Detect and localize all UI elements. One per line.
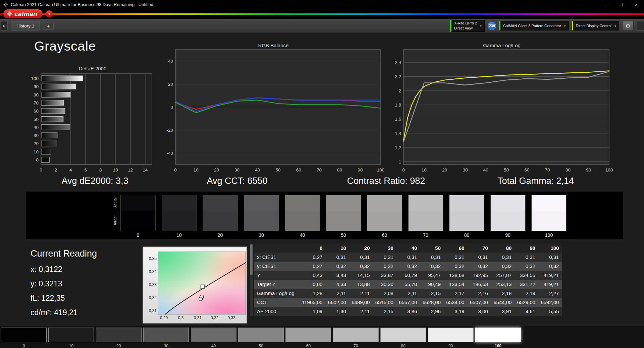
- table-header-cell: 60: [444, 243, 468, 253]
- swatch-level-label: 70: [408, 232, 443, 238]
- table-cell: 257,87: [491, 271, 515, 280]
- svg-text:40: 40: [483, 167, 488, 172]
- swatch-target: [203, 211, 237, 231]
- svg-text:40: 40: [255, 167, 260, 172]
- pattern-generator-dropdown[interactable]: CalMAN Client 3 Pattern Generator ▾: [499, 21, 569, 30]
- display-control-label: Direct Display Control: [576, 24, 611, 28]
- svg-text:20: 20: [34, 141, 39, 146]
- cie-chromaticity-chart: 0,290,30,310,320,330,350,340,330,320,31: [143, 247, 247, 323]
- table-cell: 0,27: [302, 262, 326, 271]
- table-scrollbar-thumb[interactable]: [250, 244, 253, 275]
- swatch-level-label: 0: [120, 232, 156, 238]
- meter-badge[interactable]: 239: [488, 22, 496, 30]
- patch-button-20[interactable]: 20: [96, 328, 142, 348]
- calman-wordmark: calman: [14, 10, 37, 18]
- current-reading-panel: Current Reading x: 0,3122 y: 0,3213 fL: …: [31, 249, 97, 323]
- patch-button-70[interactable]: 70: [333, 328, 379, 348]
- table-row: Y0,433,4314,1533,8760,7995,47138,68192,9…: [254, 271, 562, 280]
- table-cell: 2,96: [420, 307, 444, 316]
- table-cell: 2,11: [326, 289, 350, 298]
- svg-text:0: 0: [36, 157, 39, 162]
- table-cell: 1,28: [302, 289, 326, 298]
- svg-text:80: 80: [337, 167, 342, 172]
- table-cell: 3,43: [326, 271, 350, 280]
- svg-text:4: 4: [69, 167, 72, 172]
- table-cell: 2,08: [373, 289, 397, 298]
- table-header-cell: 90: [515, 243, 539, 253]
- patch-button-10[interactable]: 10: [48, 328, 94, 348]
- patch-face: [285, 328, 331, 342]
- swatch-actual: [409, 195, 443, 211]
- table-scrollbar[interactable]: [250, 243, 253, 317]
- avg-cct-stat: Avg CCT: 6550: [163, 176, 311, 186]
- patch-button-60[interactable]: 60: [285, 328, 331, 348]
- title-bar: Calman 2021 Calman Ultimate for Business…: [0, 0, 644, 9]
- svg-text:60: 60: [524, 167, 529, 172]
- patch-face: [96, 328, 142, 342]
- grayscale-swatch-30: [244, 195, 279, 231]
- table-cell: 0,31: [350, 253, 373, 262]
- swatch-target: [285, 211, 320, 231]
- table-row-label: y: CIE31: [254, 262, 302, 271]
- table-cell: 6489,00: [350, 298, 373, 307]
- patch-face: [191, 328, 236, 342]
- meter-dropdown[interactable]: X-Rite i1Pro 2 Direct View ▾: [450, 20, 485, 32]
- table-cell: 6592,00: [539, 298, 562, 307]
- patch-level-label: 60: [285, 344, 331, 348]
- cie-x-tick: 0,29: [157, 316, 171, 320]
- minimize-button[interactable]: –: [598, 0, 613, 9]
- swatch-target: [121, 211, 155, 231]
- patch-button-0[interactable]: 0: [1, 328, 47, 348]
- table-cell: 4,33: [326, 280, 350, 289]
- patch-face: [380, 328, 426, 342]
- table-cell: 6557,00: [397, 298, 421, 307]
- table-cell: 0,00: [302, 280, 326, 289]
- svg-text:80: 80: [34, 92, 39, 97]
- patch-button-100[interactable]: 100: [475, 328, 521, 348]
- patch-level-label: 10: [48, 344, 94, 348]
- page-title: Grayscale: [34, 39, 96, 54]
- patch-button-90[interactable]: 90: [428, 328, 474, 348]
- close-button[interactable]: ×: [629, 0, 644, 9]
- table-cell: 0,32: [326, 262, 350, 271]
- patch-face: [48, 328, 94, 342]
- add-tab-button[interactable]: +: [43, 22, 54, 30]
- svg-text:30: 30: [34, 133, 39, 138]
- table-cell: 6529,00: [515, 298, 539, 307]
- svg-text:0: 0: [40, 167, 42, 172]
- settings-button[interactable]: ⚙: [622, 21, 634, 31]
- workflow-menu-button[interactable]: [637, 21, 644, 31]
- table-cell: 0,32: [373, 262, 397, 271]
- swatch-level-label: 60: [367, 232, 402, 238]
- display-control-dropdown[interactable]: Direct Display Control ▾: [572, 21, 619, 30]
- swatch-level-label: 30: [244, 232, 279, 238]
- table-header-cell: 70: [468, 243, 491, 253]
- grayscale-swatch-20: [203, 195, 238, 231]
- table-header-cell: 10: [326, 243, 350, 253]
- swatch-level-label: 50: [326, 232, 361, 238]
- reading-x: x: 0,3122: [31, 265, 97, 274]
- table-cell: 2,27: [539, 289, 562, 298]
- patch-button-40[interactable]: 40: [191, 328, 236, 348]
- patch-button-30[interactable]: 30: [143, 328, 189, 348]
- logo-menu-button[interactable]: ▾: [46, 10, 53, 17]
- calman-logo[interactable]: calman: [3, 9, 43, 18]
- history-panel-toggle-button[interactable]: ▶: [1, 21, 8, 30]
- cie-y-tick: 0,33: [144, 282, 157, 287]
- svg-text:2,4: 2,4: [395, 60, 401, 65]
- svg-text:2,2: 2,2: [395, 74, 401, 79]
- swatch-target: [326, 211, 361, 231]
- grayscale-data-table: 0102030405060708090100x: CIE310,270,310,…: [254, 243, 562, 316]
- swatch-target: [409, 211, 443, 231]
- tab-history-1[interactable]: History 1: [11, 21, 40, 30]
- table-header-cell: 40: [397, 243, 421, 253]
- patch-face: [1, 328, 47, 342]
- patch-button-50[interactable]: 50: [238, 328, 284, 348]
- cie-y-tick: 0,32: [144, 295, 157, 300]
- calman-diamond-icon: [7, 11, 12, 16]
- patch-button-80[interactable]: 80: [380, 328, 426, 348]
- maximize-icon: [619, 3, 623, 6]
- svg-text:2: 2: [55, 167, 57, 172]
- svg-text:10: 10: [194, 167, 199, 172]
- maximize-button[interactable]: [613, 0, 629, 9]
